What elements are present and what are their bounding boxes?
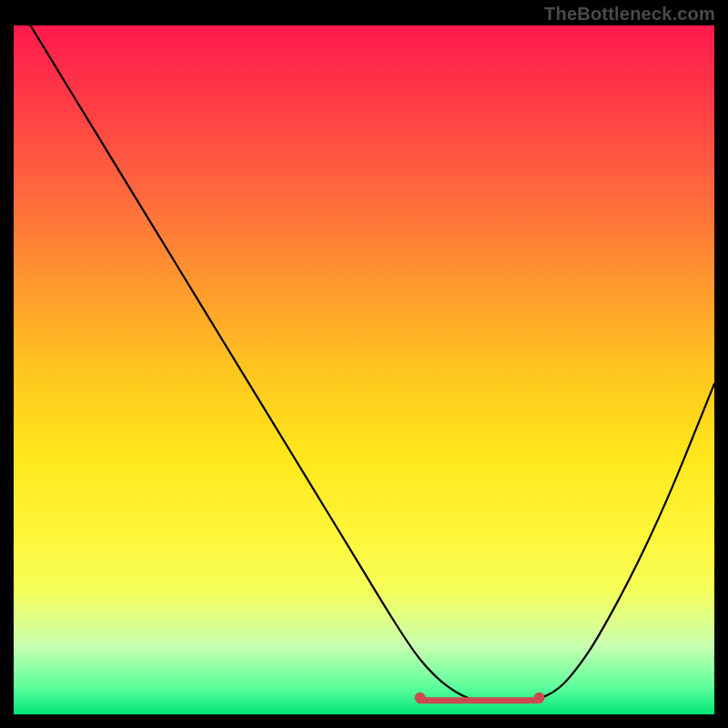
watermark-text: TheBottleneck.com xyxy=(544,4,715,25)
bottleneck-curve xyxy=(14,0,714,702)
plot-area xyxy=(14,25,714,714)
curve-layer xyxy=(14,25,714,714)
optimal-start-dot xyxy=(415,693,426,703)
chart-frame: TheBottleneck.com xyxy=(0,0,728,728)
optimal-end-dot xyxy=(534,693,545,703)
